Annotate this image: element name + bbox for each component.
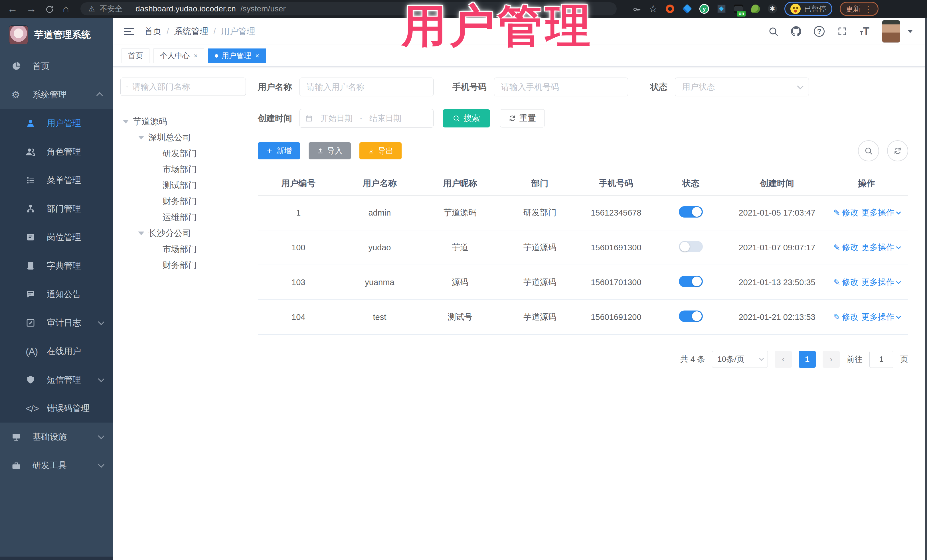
extension-ublock-icon[interactable]	[665, 4, 675, 14]
sidebar-item-menu-mgmt[interactable]: 菜单管理	[0, 166, 113, 194]
help-icon[interactable]: ?	[814, 26, 825, 37]
tree-node[interactable]: 芋道源码	[120, 114, 249, 129]
browser-home-icon[interactable]: ⌂	[63, 4, 69, 14]
extension-grid-icon[interactable]	[716, 4, 726, 14]
profile-paused-badge[interactable]: 已暂停	[784, 2, 832, 16]
tree-node[interactable]: 测试部门	[120, 178, 249, 193]
tree-caret-icon[interactable]	[138, 136, 144, 140]
search-icon[interactable]	[768, 26, 778, 36]
status-select[interactable]: 用户状态	[675, 77, 809, 96]
sidebar-item-error-code[interactable]: </> 错误码管理	[0, 394, 113, 423]
bookmark-star-icon[interactable]: ☆	[649, 4, 658, 14]
extension-y-icon[interactable]: y	[699, 4, 709, 14]
font-size-icon[interactable]: тT	[860, 25, 869, 37]
extension-switch-icon[interactable]: on	[734, 4, 743, 14]
github-icon[interactable]	[791, 26, 801, 36]
date-range-picker[interactable]: -	[299, 109, 433, 128]
sidebar-item-audit-log[interactable]: 审计日志	[0, 308, 113, 337]
table-refresh-button[interactable]	[887, 140, 908, 161]
browser-forward-icon[interactable]: →	[26, 4, 36, 14]
tree-node[interactable]: 研发部门	[120, 146, 249, 161]
prev-page-button[interactable]: ‹	[775, 351, 792, 368]
more-actions[interactable]: 更多操作	[862, 207, 900, 219]
tree-node[interactable]: 长沙分公司	[120, 225, 249, 241]
sidebar-item-user-mgmt[interactable]: 用户管理	[0, 109, 113, 137]
status-label: 状态	[650, 81, 667, 93]
tree-node[interactable]: 市场部门	[120, 241, 249, 257]
date-start-input[interactable]	[315, 114, 358, 123]
reset-button[interactable]: 重置	[500, 109, 545, 127]
status-toggle[interactable]	[679, 311, 703, 322]
search-button[interactable]: 搜索	[443, 109, 490, 127]
edit-action[interactable]: ✎ 修改	[833, 242, 859, 253]
tab-user-mgmt[interactable]: 用户管理 ×	[208, 49, 266, 63]
sidebar-item-home[interactable]: 首页	[0, 52, 113, 80]
export-button[interactable]: 导出	[359, 142, 401, 159]
password-key-icon[interactable]	[632, 4, 641, 14]
avatar-dropdown-caret-icon[interactable]	[907, 30, 913, 33]
fullscreen-icon[interactable]	[837, 26, 847, 36]
security-label[interactable]: 不安全	[100, 4, 123, 14]
sidebar-item-dept-mgmt[interactable]: 部门管理	[0, 194, 113, 223]
extension-leaf-icon[interactable]	[751, 4, 760, 14]
mobile-input[interactable]	[494, 77, 628, 96]
address-bar[interactable]: ⚠ 不安全 dashboard.yudao.iocoder.cn /system…	[81, 2, 617, 15]
status-toggle[interactable]	[679, 276, 703, 287]
sidebar-item-notice[interactable]: 通知公告	[0, 280, 113, 308]
tree-node[interactable]: 财务部门	[120, 193, 249, 209]
extension-gem-icon[interactable]	[682, 4, 692, 14]
sidebar-item-post-mgmt[interactable]: 岗位管理	[0, 223, 113, 252]
browser-back-icon[interactable]: ←	[8, 4, 18, 14]
breadcrumb-home[interactable]: 首页	[144, 26, 161, 37]
tree-caret-icon[interactable]	[138, 232, 144, 235]
tree-node[interactable]: 市场部门	[120, 161, 249, 178]
import-button[interactable]: 导入	[308, 142, 351, 159]
more-actions[interactable]: 更多操作	[862, 311, 900, 323]
sidebar-item-system[interactable]: ⚙ 系统管理	[0, 80, 113, 109]
table-search-toggle-button[interactable]	[858, 140, 879, 161]
sidebar-fold-icon[interactable]	[124, 28, 134, 35]
username-input[interactable]	[299, 77, 433, 96]
sidebar-item-dict-mgmt[interactable]: 字典管理	[0, 252, 113, 280]
cell-created: 2021-01-05 17:03:47	[729, 208, 825, 217]
chevron-down-icon	[797, 83, 804, 90]
date-end-input[interactable]	[364, 114, 407, 123]
tree-caret-icon[interactable]	[123, 120, 129, 123]
chrome-update-button[interactable]: 更新 ⋮	[840, 2, 878, 16]
extensions-pinwheel-icon[interactable]: ✱	[768, 4, 777, 14]
sidebar-item-role-mgmt[interactable]: 角色管理	[0, 137, 113, 166]
browser-menu-kebab-icon[interactable]: ⋮	[864, 4, 872, 14]
page-number-1[interactable]: 1	[799, 351, 816, 368]
close-icon[interactable]: ×	[255, 52, 259, 60]
status-toggle[interactable]	[679, 206, 703, 217]
dept-search-input[interactable]	[132, 82, 240, 91]
sidebar-item-infrastructure[interactable]: 基础设施	[0, 423, 113, 451]
sidebar-item-sms-mgmt[interactable]: 短信管理	[0, 366, 113, 394]
status-toggle[interactable]	[679, 241, 703, 252]
more-actions[interactable]: 更多操作	[862, 276, 900, 288]
security-warning-icon: ⚠	[88, 5, 95, 14]
tab-home[interactable]: 首页	[122, 49, 149, 63]
edit-action[interactable]: ✎ 修改	[833, 311, 859, 323]
next-page-button[interactable]: ›	[823, 351, 840, 368]
edit-action[interactable]: ✎ 修改	[833, 276, 859, 288]
user-avatar[interactable]	[882, 20, 900, 43]
page-scrollbar[interactable]	[925, 18, 927, 560]
tree-node[interactable]: 运维部门	[120, 209, 249, 225]
browser-reload-icon[interactable]	[45, 4, 54, 14]
app-logo-row[interactable]: 芋道管理系统	[0, 18, 113, 52]
goto-page-input[interactable]	[869, 351, 894, 368]
edit-action[interactable]: ✎ 修改	[833, 207, 859, 219]
sidebar-item-online-users[interactable]: (A) 在线用户	[0, 337, 113, 366]
tree-node[interactable]: 财务部门	[120, 257, 249, 273]
more-actions[interactable]: 更多操作	[862, 242, 900, 253]
sidebar-item-dev-tools[interactable]: 研发工具	[0, 451, 113, 480]
add-button[interactable]: 新增	[258, 142, 300, 159]
tab-profile[interactable]: 个人中心 ×	[153, 49, 204, 63]
close-icon[interactable]: ×	[194, 52, 198, 60]
page-size-select[interactable]: 10条/页	[712, 351, 768, 368]
cell-dept: 芋道源码	[500, 242, 580, 253]
breadcrumb-system[interactable]: 系统管理	[174, 26, 208, 37]
dept-search-box[interactable]	[120, 77, 246, 96]
tree-node[interactable]: 深圳总公司	[120, 129, 249, 146]
